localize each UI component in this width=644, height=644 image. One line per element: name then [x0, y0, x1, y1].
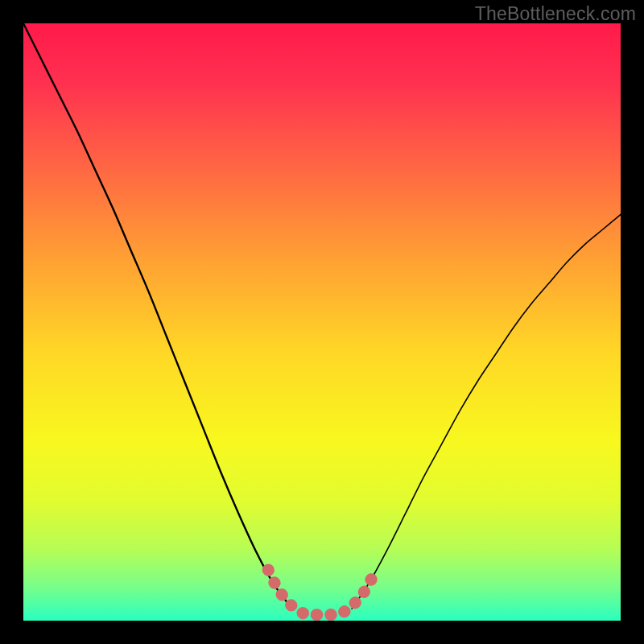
chart-svg	[23, 23, 621, 621]
outer-frame: TheBottleneck.com	[0, 0, 644, 644]
watermark-text: TheBottleneck.com	[475, 3, 636, 25]
gradient-background	[23, 23, 621, 621]
plot-area	[23, 23, 621, 621]
